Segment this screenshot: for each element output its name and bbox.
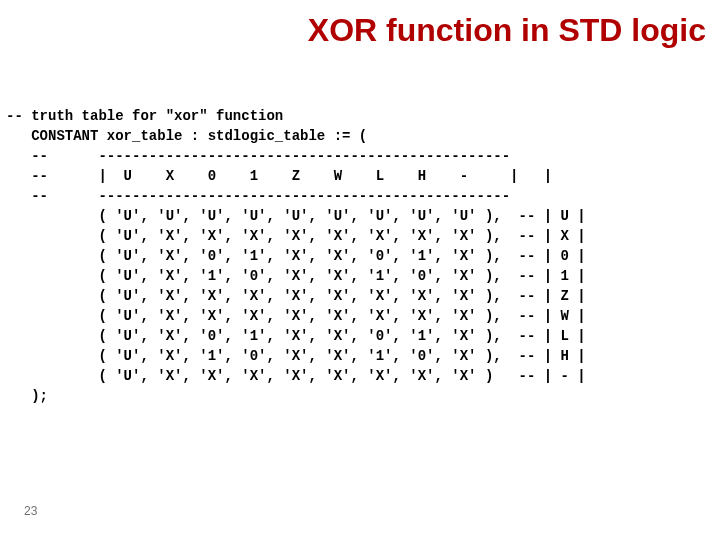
code-block: -- truth table for "xor" function CONSTA… [6, 106, 586, 406]
slide: XOR function in STD logic -- truth table… [0, 0, 720, 540]
page-number: 23 [24, 504, 37, 518]
slide-title: XOR function in STD logic [308, 12, 706, 49]
